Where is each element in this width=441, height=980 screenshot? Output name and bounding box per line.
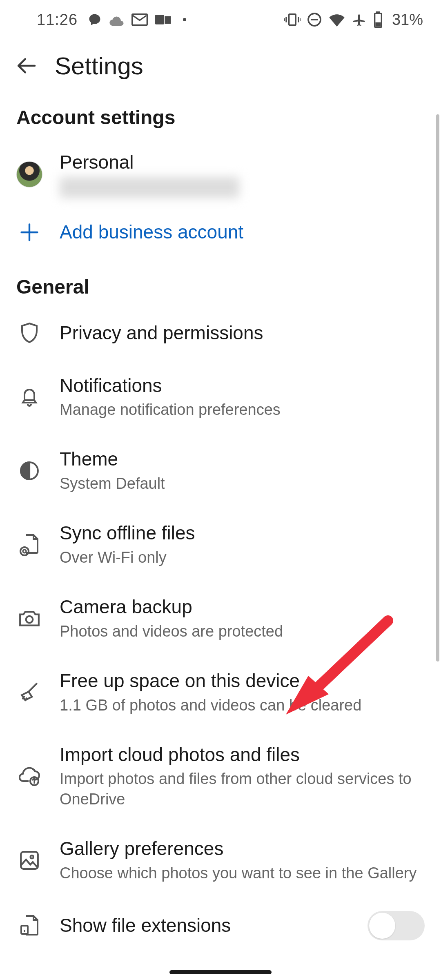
- half-circle-icon: [19, 461, 40, 481]
- sync-sub: Over Wi-Fi only: [60, 548, 425, 568]
- notifications-row[interactable]: Notifications Manage notification prefer…: [0, 360, 441, 434]
- file-sync-icon: [19, 533, 40, 556]
- image-icon: [19, 850, 40, 871]
- camera-icon: [18, 609, 40, 628]
- import-cloud-sub: Import photos and files from other cloud…: [60, 769, 425, 809]
- account-personal-row[interactable]: Personal: [0, 137, 441, 212]
- wifi-icon: [328, 13, 345, 27]
- app-bar: Settings: [0, 39, 441, 92]
- toggle-knob: [369, 913, 395, 939]
- svg-rect-11: [375, 22, 381, 27]
- add-business-account-row[interactable]: Add business account: [0, 212, 441, 262]
- vibrate-icon: [284, 13, 301, 27]
- theme-row[interactable]: Theme System Default: [0, 434, 441, 508]
- theme-sub: System Default: [60, 474, 425, 494]
- broom-icon: [18, 682, 40, 704]
- scroll-indicator: [436, 114, 439, 662]
- gallery-preferences-row[interactable]: Gallery preferences Choose which photos …: [0, 823, 441, 897]
- account-email-redacted: [60, 177, 239, 198]
- avatar: [16, 161, 42, 187]
- svg-line-20: [25, 697, 27, 701]
- section-header-general: General: [0, 262, 441, 306]
- mail-icon: [131, 13, 148, 26]
- more-dot-icon: [183, 18, 186, 21]
- bell-icon: [19, 385, 40, 408]
- status-system-icons: 31%: [284, 11, 423, 29]
- do-not-disturb-icon: [307, 12, 322, 27]
- add-business-account-label: Add business account: [60, 220, 425, 244]
- outlook-icon: [155, 13, 172, 27]
- free-up-space-sub: 1.1 GB of photos and videos can be clear…: [60, 695, 425, 715]
- svg-rect-1: [155, 15, 164, 24]
- show-file-extensions-toggle[interactable]: [368, 911, 425, 940]
- theme-label: Theme: [60, 448, 425, 471]
- svg-point-17: [26, 616, 33, 623]
- import-cloud-label: Import cloud photos and files: [60, 743, 425, 767]
- camera-backup-row[interactable]: Camera backup Photos and videos are prot…: [0, 581, 441, 655]
- cloud-upload-icon: [18, 766, 41, 786]
- status-time: 11:26: [37, 11, 78, 29]
- sync-row[interactable]: Sync offline files Over Wi-Fi only: [0, 508, 441, 581]
- svg-rect-2: [289, 14, 296, 25]
- cloud-icon: [109, 13, 124, 26]
- chat-bubble-icon: [87, 12, 102, 27]
- page-title: Settings: [55, 52, 143, 80]
- show-file-extensions-label: Show file extensions: [60, 914, 350, 938]
- battery-icon: [373, 11, 383, 28]
- gallery-preferences-sub: Choose which photos you want to see in t…: [60, 863, 425, 883]
- svg-point-16: [20, 547, 29, 555]
- shield-icon: [19, 322, 40, 345]
- airplane-icon: [352, 12, 367, 27]
- gesture-nav-pill[interactable]: [169, 970, 272, 974]
- status-notification-icons: [87, 12, 186, 27]
- status-bar: 11:26 31%: [0, 0, 441, 39]
- plus-icon: [19, 222, 40, 243]
- gallery-preferences-label: Gallery preferences: [60, 837, 425, 861]
- camera-backup-sub: Photos and videos are protected: [60, 621, 425, 641]
- show-file-extensions-row[interactable]: Show file extensions: [0, 897, 441, 954]
- free-up-space-row[interactable]: Free up space on this device 1.1 GB of p…: [0, 655, 441, 729]
- svg-point-23: [31, 855, 34, 859]
- free-up-space-label: Free up space on this device: [60, 669, 425, 693]
- account-personal-label: Personal: [60, 151, 425, 174]
- file-info-icon: [19, 914, 40, 937]
- privacy-label: Privacy and permissions: [60, 321, 425, 345]
- svg-line-18: [29, 683, 37, 692]
- back-button[interactable]: [15, 54, 38, 77]
- sync-label: Sync offline files: [60, 521, 425, 545]
- battery-percent: 31%: [392, 11, 423, 29]
- import-cloud-row[interactable]: Import cloud photos and files Import pho…: [0, 729, 441, 823]
- notifications-label: Notifications: [60, 374, 425, 398]
- back-arrow-icon: [15, 54, 38, 77]
- notifications-sub: Manage notification preferences: [60, 400, 425, 420]
- camera-backup-label: Camera backup: [60, 595, 425, 619]
- privacy-row[interactable]: Privacy and permissions: [0, 306, 441, 360]
- svg-rect-10: [377, 11, 380, 13]
- section-header-account: Account settings: [0, 92, 441, 137]
